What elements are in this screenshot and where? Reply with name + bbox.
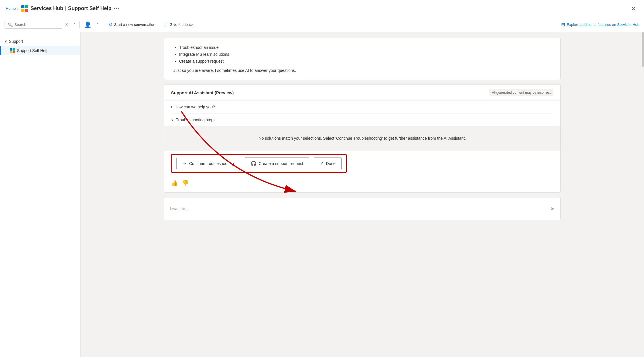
refresh-icon: ↺ [109, 22, 112, 27]
troubleshooting-section: No solutions match your selections. Sele… [164, 126, 560, 151]
done-button[interactable]: ✓ Done [314, 158, 342, 169]
title-bar: Home › Services Hub|Support Self Help ··… [0, 0, 644, 17]
breadcrumb: Home › [6, 6, 18, 11]
user-chevron-icon[interactable]: ˅ [95, 21, 100, 28]
breadcrumb-chevron: › [17, 6, 18, 11]
toolbar-divider [79, 21, 80, 28]
search-icon: 🔍 [8, 22, 13, 27]
list-item: Troubleshoot an issue [179, 45, 551, 50]
thumbs-up-button[interactable]: 👍 [171, 180, 178, 187]
thumbs-down-button[interactable]: 👎 [182, 180, 189, 187]
scrollbar-track[interactable] [642, 32, 644, 357]
sidebar-group-support[interactable]: ∨ Support [0, 37, 80, 46]
disclaimer-text: Just so you are aware, I sometimes use A… [173, 68, 551, 73]
search-box[interactable]: 🔍 [5, 21, 62, 28]
main-content: Troubleshoot an issue Integrate MS learn… [80, 32, 644, 357]
app-title: Services Hub|Support Self Help [30, 5, 112, 11]
list-item: Create a support request [179, 59, 551, 64]
ai-card-header: Support AI Assistant (Preview) AI-genera… [164, 85, 560, 101]
chevron-down-icon: ∨ [5, 39, 7, 43]
create-support-request-button[interactable]: 🎧 Create a support request [245, 158, 309, 169]
search-input[interactable] [14, 22, 55, 27]
feedback-row: 👍 👎 [164, 176, 560, 192]
content-area: Troubleshoot an issue Integrate MS learn… [164, 38, 561, 220]
main-layout: ∨ Support Support Self Help Troubleshoot… [0, 32, 644, 357]
logo-grid-icon [21, 5, 28, 12]
sidebar-item-logo-icon [10, 48, 15, 53]
ai-help-row[interactable]: › How can we help you? [171, 101, 553, 114]
ai-assistant-card: Support AI Assistant (Preview) AI-genera… [164, 85, 561, 193]
input-placeholder: I want to... [170, 206, 189, 211]
user-icon[interactable]: 👤 [82, 20, 94, 29]
ai-troubleshoot-label: Troubleshooting steps [176, 118, 215, 122]
sidebar-section: ∨ Support Support Self Help [0, 34, 80, 57]
toolbar-divider2 [103, 21, 103, 28]
app-logo: Services Hub|Support Self Help ··· [21, 5, 120, 12]
scrollbar-thumb[interactable] [642, 32, 644, 67]
give-feedback-button[interactable]: 🗨 Give feedback [160, 21, 197, 29]
send-button[interactable]: ➤ [550, 206, 555, 212]
ai-disclaimer-badge: AI-generated content may be incorrect [489, 89, 553, 96]
chevron-down-icon: ∨ [171, 118, 174, 122]
ai-section: › How can we help you? ∨ Troubleshooting… [164, 101, 560, 126]
action-buttons-container: → Continue troubleshooting 🎧 Create a su… [164, 151, 560, 176]
feature-list: Troubleshoot an issue Integrate MS learn… [173, 45, 551, 64]
sidebar-group-label: Support [9, 39, 23, 44]
ai-help-label: How can we help you? [175, 105, 215, 109]
no-solutions-message: No solutions match your selections. Sele… [171, 132, 553, 145]
start-new-conversation-button[interactable]: ↺ Start a new conversation [105, 20, 159, 29]
ai-card-title: Support AI Assistant (Preview) [171, 90, 234, 95]
explore-link[interactable]: ⊟ Explore additional features on Service… [561, 22, 639, 27]
breadcrumb-home[interactable]: Home [6, 6, 16, 11]
toolbar-chevron-icon[interactable]: ˅ [72, 21, 77, 28]
action-buttons-group: → Continue troubleshooting 🎧 Create a su… [171, 154, 347, 173]
intro-card: Troubleshoot an issue Integrate MS learn… [164, 38, 561, 80]
input-area: I want to... ➤ [164, 197, 561, 220]
sidebar-item-label: Support Self Help [17, 48, 49, 53]
input-box[interactable]: I want to... ➤ [164, 197, 561, 220]
chevron-right-icon: › [171, 105, 172, 109]
title-left: Home › Services Hub|Support Self Help ··… [6, 5, 120, 12]
feedback-icon: 🗨 [163, 22, 168, 27]
check-icon: ✓ [320, 161, 324, 166]
list-item: Integrate MS learn solutions [179, 52, 551, 57]
sidebar-item-support-self-help[interactable]: Support Self Help [0, 46, 80, 55]
title-ellipsis-button[interactable]: ··· [114, 5, 120, 11]
close-button[interactable]: ✕ [629, 4, 638, 13]
explore-icon: ⊟ [561, 22, 565, 27]
ai-troubleshoot-row[interactable]: ∨ Troubleshooting steps [171, 114, 553, 126]
toolbar-right: ⊟ Explore additional features on Service… [561, 22, 639, 27]
arrow-right-icon: → [182, 161, 187, 166]
headset-icon: 🎧 [251, 161, 256, 166]
continue-troubleshooting-button[interactable]: → Continue troubleshooting [176, 158, 240, 169]
sidebar: ∨ Support Support Self Help [0, 32, 80, 357]
toolbar: 🔍 ✕ ˅ 👤 ˅ ↺ Start a new conversation 🗨 G… [0, 17, 644, 32]
search-clear-icon[interactable]: ✕ [63, 21, 70, 28]
